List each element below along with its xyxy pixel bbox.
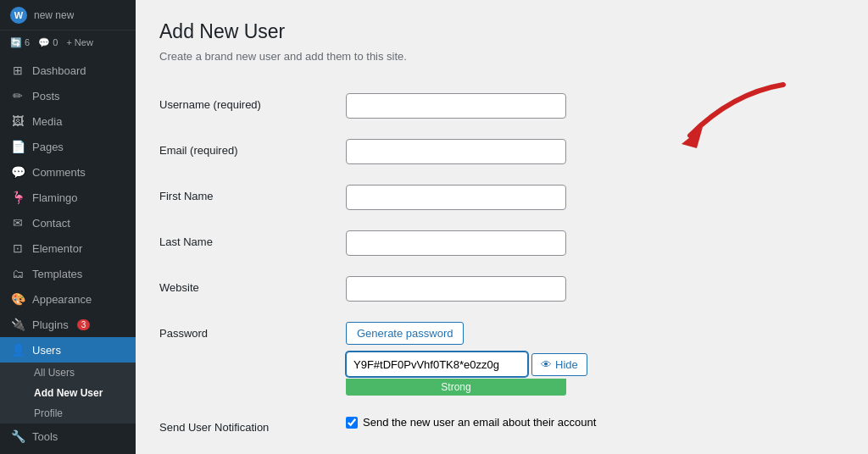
sidebar-item-label: Dashboard bbox=[32, 64, 86, 77]
hide-password-button[interactable]: 👁 Hide bbox=[531, 353, 587, 376]
notification-checkbox-label[interactable]: Send the new user an email about their a… bbox=[346, 416, 844, 429]
firstname-label: First Name bbox=[159, 185, 346, 202]
tools-icon: 🔧 bbox=[10, 429, 25, 443]
admin-toolbar-row: 🔄 6 💬 0 + New bbox=[0, 30, 136, 54]
sidebar-item-label: Templates bbox=[32, 268, 82, 280]
notification-text: Send the new user an email about their a… bbox=[363, 416, 596, 429]
users-icon: 👤 bbox=[10, 343, 25, 357]
password-strength-bar: Strong bbox=[346, 379, 566, 396]
password-row: Password Generate password 👁 Hide Strong bbox=[159, 312, 844, 406]
username-label: Username (required) bbox=[159, 93, 346, 111]
comments-icon: 💬 bbox=[10, 165, 25, 179]
sidebar-menu: ⊞ Dashboard ✏ Posts 🖼 Media 📄 Pages 💬 Co… bbox=[0, 54, 136, 454]
sidebar-header: W new new bbox=[0, 0, 136, 30]
notification-label: Send User Notification bbox=[159, 416, 346, 434]
content-area: Add New User Create a brand new user and… bbox=[136, 0, 868, 454]
password-input[interactable] bbox=[346, 352, 528, 377]
firstname-row: First Name bbox=[159, 174, 844, 220]
password-field: Generate password 👁 Hide Strong bbox=[346, 322, 844, 396]
eye-icon: 👁 bbox=[541, 358, 552, 371]
email-field bbox=[346, 139, 844, 164]
generate-password-button[interactable]: Generate password bbox=[346, 322, 464, 345]
notification-checkbox[interactable] bbox=[346, 417, 358, 429]
password-input-row: 👁 Hide bbox=[346, 352, 844, 377]
sidebar-item-label: Pages bbox=[32, 141, 64, 153]
website-label: Website bbox=[159, 276, 346, 294]
notification-row: Send User Notification Send the new user… bbox=[159, 406, 844, 444]
username-row: Username (required) bbox=[159, 83, 844, 129]
username-field bbox=[346, 93, 844, 119]
submenu-profile[interactable]: Profile bbox=[0, 403, 136, 424]
sidebar-item-label: Flamingo bbox=[32, 191, 77, 204]
password-label: Password bbox=[159, 322, 346, 340]
sidebar-item-label: Media bbox=[32, 115, 62, 128]
website-input[interactable] bbox=[346, 276, 566, 302]
sidebar-item-settings[interactable]: ⚙ Settings bbox=[0, 449, 136, 454]
page-subtitle: Create a brand new user and add them to … bbox=[159, 50, 844, 63]
sidebar-item-label: Elementor bbox=[32, 242, 82, 255]
plugins-badge: 3 bbox=[77, 319, 91, 330]
flamingo-icon: 🦩 bbox=[10, 191, 25, 204]
website-row: Website bbox=[159, 266, 844, 312]
username-input[interactable] bbox=[346, 93, 566, 119]
email-row: Email (required) bbox=[159, 129, 844, 174]
submenu-add-new-user[interactable]: Add New User bbox=[0, 383, 136, 403]
website-field bbox=[346, 276, 844, 302]
sidebar-item-comments[interactable]: 💬 Comments bbox=[0, 159, 136, 185]
notification-field: Send the new user an email about their a… bbox=[346, 416, 844, 429]
sidebar-item-label: Users bbox=[32, 344, 61, 357]
page-title: Add New User bbox=[159, 20, 844, 43]
sidebar-item-label: Appearance bbox=[32, 293, 92, 306]
users-submenu: All Users Add New User Profile bbox=[0, 363, 136, 424]
sidebar-item-label: Contact bbox=[32, 217, 70, 230]
pages-icon: 📄 bbox=[10, 140, 25, 153]
plugins-icon: 🔌 bbox=[10, 318, 25, 331]
submenu-all-users[interactable]: All Users bbox=[0, 363, 136, 383]
elementor-icon: ⊡ bbox=[10, 241, 25, 255]
sidebar-item-appearance[interactable]: 🎨 Appearance bbox=[0, 286, 136, 312]
firstname-input[interactable] bbox=[346, 185, 566, 210]
lastname-row: Last Name bbox=[159, 220, 844, 266]
sidebar-item-dashboard[interactable]: ⊞ Dashboard bbox=[0, 58, 136, 83]
firstname-field bbox=[346, 185, 844, 210]
lastname-label: Last Name bbox=[159, 230, 346, 248]
email-input[interactable] bbox=[346, 139, 566, 164]
templates-icon: 🗂 bbox=[10, 267, 25, 280]
sidebar-item-media[interactable]: 🖼 Media bbox=[0, 108, 136, 134]
email-label: Email (required) bbox=[159, 139, 346, 157]
sidebar-item-templates[interactable]: 🗂 Templates bbox=[0, 261, 136, 286]
sidebar-item-plugins[interactable]: 🔌 Plugins 3 bbox=[0, 312, 136, 337]
lastname-field bbox=[346, 230, 844, 256]
media-icon: 🖼 bbox=[10, 114, 25, 128]
sidebar-item-flamingo[interactable]: 🦩 Flamingo bbox=[0, 185, 136, 210]
wp-logo-icon[interactable]: W bbox=[10, 7, 27, 24]
dashboard-icon: ⊞ bbox=[10, 64, 25, 77]
main-wrapper: Add New User Create a brand new user and… bbox=[136, 0, 868, 454]
comments-count[interactable]: 💬 0 bbox=[38, 37, 58, 48]
sidebar-item-label: Tools bbox=[32, 430, 58, 443]
appearance-icon: 🎨 bbox=[10, 292, 25, 306]
new-item-button[interactable]: + New bbox=[66, 37, 93, 47]
sidebar-item-label: Plugins bbox=[32, 318, 69, 331]
sidebar-item-label: Posts bbox=[32, 90, 60, 102]
sidebar-item-tools[interactable]: 🔧 Tools bbox=[0, 424, 136, 449]
sidebar-item-users[interactable]: 👤 Users bbox=[0, 337, 136, 363]
sidebar-item-contact[interactable]: ✉ Contact bbox=[0, 210, 136, 235]
contact-icon: ✉ bbox=[10, 216, 25, 230]
posts-icon: ✏ bbox=[10, 89, 25, 102]
site-name: new new bbox=[34, 9, 74, 21]
sidebar-item-label: Comments bbox=[32, 166, 86, 179]
revisions-count[interactable]: 🔄 6 bbox=[10, 37, 30, 48]
sidebar: W new new 🔄 6 💬 0 + New ⊞ Dashboard ✏ Po… bbox=[0, 0, 136, 454]
sidebar-item-posts[interactable]: ✏ Posts bbox=[0, 83, 136, 108]
lastname-input[interactable] bbox=[346, 230, 566, 256]
role-row: Role Subscriber Contributor Author Edito… bbox=[159, 444, 844, 454]
sidebar-item-elementor[interactable]: ⊡ Elementor bbox=[0, 235, 136, 261]
sidebar-item-pages[interactable]: 📄 Pages bbox=[0, 134, 136, 159]
